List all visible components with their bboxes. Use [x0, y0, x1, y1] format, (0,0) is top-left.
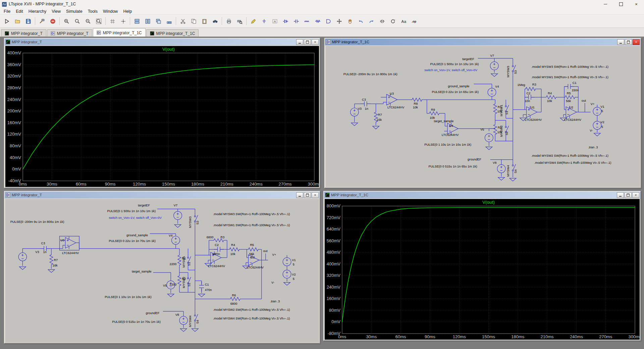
- diode-button[interactable]: [280, 16, 291, 27]
- window-titlebar[interactable]: MPP integrator_T ×: [5, 39, 320, 45]
- tile-vertical-icon: [145, 18, 151, 24]
- zoom-in-button[interactable]: [61, 16, 72, 27]
- spice-directive-button[interactable]: .op: [409, 16, 420, 27]
- menu-edit[interactable]: Edit: [13, 9, 26, 14]
- restore-button[interactable]: [304, 39, 311, 45]
- menu-window[interactable]: Window: [100, 9, 120, 14]
- minimize-button[interactable]: [598, 0, 613, 8]
- window-schematic-mpp-integrator-t-1c[interactable]: MPP integrator_T_1C × targetEFV7PULSE(0 …: [324, 38, 641, 188]
- tab-mpp-integrator_t-1[interactable]: MPP integrator_T: [47, 29, 92, 37]
- minimize-button[interactable]: [617, 192, 624, 198]
- svg-text:R6: R6: [232, 294, 236, 297]
- drag-button[interactable]: [344, 16, 355, 27]
- menu-file[interactable]: File: [1, 9, 13, 14]
- mdi-area: MPP integrator_T × 400mV360mV320mV280mV2…: [0, 37, 644, 349]
- window-plot-mpp-integrator-t-1c[interactable]: MPP integrator_T_1C × 800mV720mV640mV560…: [323, 191, 641, 341]
- svg-text:10k: 10k: [413, 106, 418, 109]
- tab-mpp-integrator_t_1c-3[interactable]: MPP integrator_T_1C: [146, 29, 199, 37]
- tile-horizontal-button[interactable]: [131, 16, 142, 27]
- print-preview-icon: [237, 18, 243, 24]
- control-panel-button[interactable]: [37, 16, 47, 27]
- tab-mpp-integrator_t-0[interactable]: MPP integrator_T: [1, 29, 46, 37]
- window-titlebar[interactable]: MPP integrator_T ×: [5, 192, 320, 198]
- net-label-button[interactable]: A: [269, 16, 280, 27]
- cut-button[interactable]: [177, 16, 188, 27]
- open-button[interactable]: [12, 16, 23, 27]
- paste-button[interactable]: [199, 16, 210, 27]
- svg-text:V5: V5: [480, 128, 484, 131]
- window-plot-mpp-integrator-t[interactable]: MPP integrator_T × 400mV360mV320mV280mV2…: [4, 38, 320, 188]
- halt-icon: [50, 18, 56, 24]
- close-button[interactable]: ×: [629, 0, 644, 8]
- arrange-icons-button[interactable]: [164, 16, 174, 27]
- maximize-button[interactable]: [613, 0, 629, 8]
- tile-vertical-button[interactable]: [142, 16, 153, 27]
- menu-view[interactable]: View: [49, 9, 63, 14]
- cascade-button[interactable]: [153, 16, 164, 27]
- rotate-button[interactable]: [387, 16, 398, 27]
- svg-text:60ms: 60ms: [395, 334, 406, 339]
- redo-button[interactable]: [366, 16, 377, 27]
- menu-hierarchy[interactable]: Hierarchy: [26, 9, 49, 14]
- grid-button[interactable]: [107, 16, 118, 27]
- restore-button[interactable]: [304, 192, 311, 198]
- close-button[interactable]: ×: [312, 39, 319, 45]
- svg-text:U3: U3: [390, 92, 394, 95]
- waveform-canvas[interactable]: 400mV360mV320mV280mV240mV200mV160mV120mV…: [5, 46, 319, 187]
- svg-text:R5: R5: [250, 243, 254, 247]
- restore-button[interactable]: [625, 192, 632, 198]
- zoom-back-icon: [74, 18, 80, 24]
- svg-text:56k: 56k: [249, 252, 254, 256]
- text-button[interactable]: Aa: [398, 16, 409, 27]
- close-button[interactable]: ×: [633, 39, 640, 45]
- waveform-canvas[interactable]: 800mV720mV640mV560mV480mV400mV320mV240mV…: [325, 199, 640, 340]
- menu-tools[interactable]: Tools: [85, 9, 100, 14]
- window-titlebar[interactable]: MPP integrator_T_1C ×: [325, 39, 641, 45]
- zoom-full-button[interactable]: [93, 16, 104, 27]
- copy-button[interactable]: [188, 16, 199, 27]
- menu-simulate[interactable]: Simulate: [63, 9, 85, 14]
- close-button[interactable]: ×: [312, 192, 319, 198]
- svg-text:0mV: 0mV: [12, 166, 21, 171]
- menu-help[interactable]: Help: [120, 9, 135, 14]
- svg-text:V-: V-: [271, 281, 274, 284]
- svg-text:LTC6244HV: LTC6244HV: [387, 106, 405, 109]
- window-schematic-mpp-integrator-t[interactable]: MPP integrator_T × targetEFV7PULSE(0 1 5…: [4, 191, 320, 344]
- inductor-button[interactable]: [302, 16, 312, 27]
- window-titlebar[interactable]: MPP integrator_T_1C ×: [324, 192, 640, 198]
- restore-button[interactable]: [625, 39, 632, 45]
- schematic-canvas[interactable]: targetEFV7PULSE(0 1 500u 1n 1n 10u 1m 1k…: [326, 46, 640, 187]
- svg-text:300ms: 300ms: [628, 334, 640, 339]
- ground-button[interactable]: [259, 16, 269, 27]
- svg-text:LTC6244HV: LTC6244HV: [442, 133, 459, 137]
- print-button[interactable]: [223, 16, 234, 27]
- mirror-button[interactable]: [377, 16, 387, 27]
- find-button[interactable]: [210, 16, 220, 27]
- run-button[interactable]: [1, 16, 12, 27]
- mark-button[interactable]: [118, 16, 128, 27]
- svg-text:S1: S1: [187, 262, 191, 266]
- svg-text:U3: U3: [60, 238, 64, 242]
- save-button[interactable]: [23, 16, 34, 27]
- minimize-button[interactable]: [617, 39, 624, 45]
- tab-mpp-integrator_t_1c-2[interactable]: MPP integrator_T_1C: [93, 28, 146, 37]
- schematic-canvas[interactable]: targetEFV7PULSE(0 1 500u 1n 1n 10u 1m 1k…: [5, 199, 319, 342]
- component-button[interactable]: [323, 16, 334, 27]
- halt-button[interactable]: [47, 16, 58, 27]
- svg-text:30ms: 30ms: [366, 334, 377, 339]
- svg-text:PULSE(0 -200m 9u 1n 1n 800u 1m: PULSE(0 -200m 9u 1n 1n 800u 1m 1k): [343, 72, 397, 76]
- print-preview-button[interactable]: [234, 16, 245, 27]
- wire-button[interactable]: [248, 16, 259, 27]
- minimize-button[interactable]: [296, 39, 303, 45]
- capacitor-button[interactable]: [291, 16, 302, 27]
- svg-text:16k: 16k: [377, 118, 382, 121]
- zoom-out-button[interactable]: [83, 16, 93, 27]
- zoom-back-button[interactable]: [72, 16, 83, 27]
- move-button[interactable]: [334, 16, 344, 27]
- close-button[interactable]: ×: [632, 192, 639, 198]
- resistor-button[interactable]: [312, 16, 323, 27]
- svg-text:240mV: 240mV: [7, 97, 21, 102]
- minimize-button[interactable]: [296, 192, 303, 198]
- undo-button[interactable]: [355, 16, 366, 27]
- app-titlebar[interactable]: LTspice XVII - MPP integrator_T_1C ×: [0, 0, 644, 8]
